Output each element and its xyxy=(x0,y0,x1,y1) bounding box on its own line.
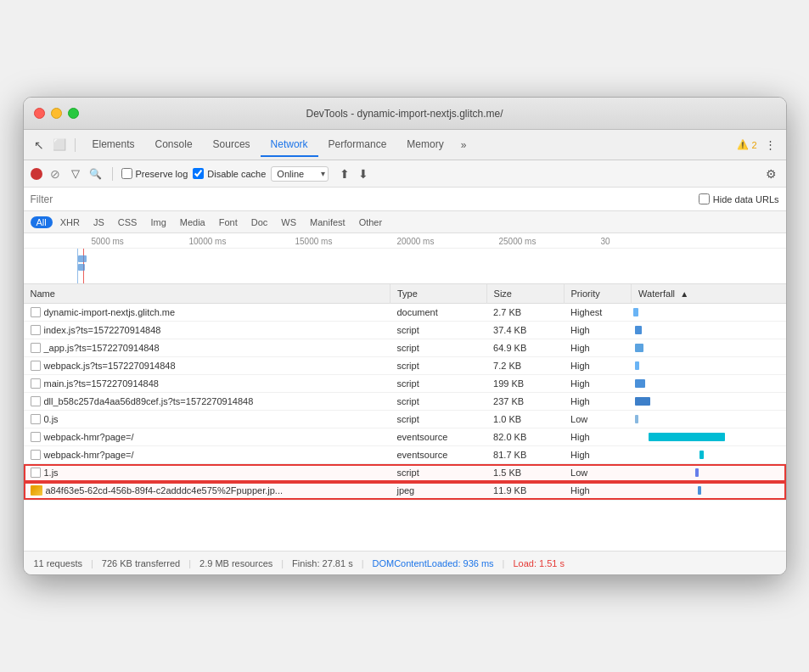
search-icon[interactable]: 🔍 xyxy=(88,166,104,182)
col-type[interactable]: Type xyxy=(390,284,486,304)
col-name[interactable]: Name xyxy=(24,284,390,304)
cursor-icon[interactable]: ↖ xyxy=(31,137,48,154)
file-name: main.js?ts=1572270914848 xyxy=(44,378,159,389)
close-button[interactable] xyxy=(34,108,45,119)
filter-xhr[interactable]: XHR xyxy=(54,216,86,228)
table-row[interactable]: webpack-hmr?page=/eventsource81.7 KBHigh xyxy=(24,446,786,464)
tab-elements[interactable]: Elements xyxy=(82,133,145,157)
file-name: 1.js xyxy=(44,468,59,478)
cell-type: jpeg xyxy=(390,482,486,500)
filter-doc[interactable]: Doc xyxy=(245,216,274,228)
cell-size: 11.9 KB xyxy=(486,482,564,500)
cell-priority: High xyxy=(564,393,632,411)
cell-waterfall xyxy=(632,375,786,393)
cell-name: 0.js xyxy=(24,411,390,428)
cell-type: document xyxy=(390,304,486,322)
filter-icon[interactable]: ▽ xyxy=(68,166,83,182)
filter-manifest[interactable]: Manifest xyxy=(304,216,351,228)
record-button[interactable] xyxy=(31,168,42,180)
file-name: webpack-hmr?page=/ xyxy=(44,432,134,442)
device-icon[interactable]: ⬜ xyxy=(51,137,68,154)
cell-type: eventsource xyxy=(390,446,486,464)
table-row[interactable]: 1.jsscript1.5 KBLow xyxy=(24,464,786,482)
tab-overflow[interactable]: » xyxy=(454,134,474,156)
table-row[interactable]: main.js?ts=1572270914848script199 KBHigh xyxy=(24,375,786,393)
col-waterfall[interactable]: Waterfall ▲ xyxy=(632,284,786,304)
file-name: index.js?ts=1572270914848 xyxy=(44,325,161,335)
cell-size: 1.5 KB xyxy=(486,464,564,482)
table-row[interactable]: webpack.js?ts=1572270914848script7.2 KBH… xyxy=(24,357,786,375)
settings-icon[interactable]: ⚙ xyxy=(764,166,779,182)
cell-size: 1.0 KB xyxy=(486,411,564,428)
download-icon[interactable]: ⬇ xyxy=(356,166,371,182)
table-row[interactable]: dynamic-import-nextjs.glitch.medocument2… xyxy=(24,304,786,322)
preserve-log-label[interactable]: Preserve log xyxy=(121,168,188,179)
filter-css[interactable]: CSS xyxy=(112,216,143,228)
throttle-dropdown[interactable]: Online Fast 3G Slow 3G Offline xyxy=(271,166,329,182)
disable-cache-checkbox[interactable] xyxy=(193,168,204,179)
table-row[interactable]: _app.js?ts=1572270914848script64.9 KBHig… xyxy=(24,339,786,357)
waterfall-bar xyxy=(695,468,699,477)
filter-js[interactable]: JS xyxy=(87,216,110,228)
file-icon xyxy=(31,378,41,389)
traffic-lights xyxy=(34,108,79,119)
cell-size: 199 KB xyxy=(486,375,564,393)
table-row[interactable]: 0.jsscript1.0 KBLow xyxy=(24,411,786,428)
cell-priority: High xyxy=(564,375,632,393)
cell-name: dynamic-import-nextjs.glitch.me xyxy=(24,304,390,322)
disable-cache-label[interactable]: Disable cache xyxy=(193,168,266,179)
waterfall-bar xyxy=(633,308,638,316)
col-priority[interactable]: Priority xyxy=(564,284,632,304)
stop-recording-icon[interactable]: ⊘ xyxy=(48,166,63,182)
resources-size: 2.9 MB resources xyxy=(199,558,272,568)
filter-all[interactable]: All xyxy=(31,216,53,228)
cell-size: 64.9 KB xyxy=(486,339,564,357)
tab-memory[interactable]: Memory xyxy=(396,133,453,157)
waterfall-bar xyxy=(635,397,650,406)
upload-icon[interactable]: ⬆ xyxy=(337,166,352,182)
hide-data-urls-checkbox[interactable] xyxy=(699,193,710,204)
waterfall-bar xyxy=(635,344,643,352)
table-row[interactable]: dll_b58c257da4aa56d89cef.js?ts=157227091… xyxy=(24,393,786,411)
tab-console[interactable]: Console xyxy=(145,133,203,157)
tab-sources[interactable]: Sources xyxy=(203,133,261,157)
tick-5000: 5000 ms xyxy=(92,237,124,246)
cell-waterfall xyxy=(632,322,786,339)
minimize-button[interactable] xyxy=(51,108,62,119)
file-icon xyxy=(31,485,42,496)
network-table-container: Name Type Size Priority Waterfall ▲ dyna… xyxy=(24,284,786,500)
hide-data-urls-label[interactable]: Hide data URLs xyxy=(699,193,779,204)
cell-priority: High xyxy=(564,446,632,464)
tab-performance[interactable]: Performance xyxy=(318,133,397,157)
table-row[interactable]: a84f63e5-62cd-456b-89f4-c2adddc4e575%2Fp… xyxy=(24,482,786,500)
cell-priority: Highest xyxy=(564,304,632,322)
table-row[interactable]: index.js?ts=1572270914848script37.4 KBHi… xyxy=(24,322,786,339)
tab-network[interactable]: Network xyxy=(261,133,318,157)
hide-data-urls-text: Hide data URLs xyxy=(713,194,779,204)
cell-name: main.js?ts=1572270914848 xyxy=(24,375,390,393)
cell-size: 2.7 KB xyxy=(486,304,564,322)
cell-name: webpack.js?ts=1572270914848 xyxy=(24,357,390,375)
cell-priority: High xyxy=(564,428,632,446)
filter-other[interactable]: Other xyxy=(353,216,389,228)
throttle-dropdown-wrapper: Online Fast 3G Slow 3G Offline xyxy=(271,166,329,182)
more-menu-button[interactable]: ⋮ xyxy=(762,137,779,154)
file-name: dynamic-import-nextjs.glitch.me xyxy=(44,307,176,317)
file-icon xyxy=(31,414,41,424)
filter-font[interactable]: Font xyxy=(213,216,244,228)
filter-ws[interactable]: WS xyxy=(275,216,302,228)
waterfall-bar xyxy=(699,451,704,459)
preserve-log-text: Preserve log xyxy=(136,169,188,179)
load-time: Load: 1.51 s xyxy=(513,558,565,568)
cell-type: script xyxy=(390,375,486,393)
network-table: Name Type Size Priority Waterfall ▲ dyna… xyxy=(24,284,786,500)
file-icon xyxy=(31,325,41,335)
preserve-log-checkbox[interactable] xyxy=(121,168,132,179)
maximize-button[interactable] xyxy=(68,108,79,119)
filter-media[interactable]: Media xyxy=(174,216,211,228)
table-row[interactable]: webpack-hmr?page=/eventsource82.0 KBHigh xyxy=(24,428,786,446)
filter-img[interactable]: Img xyxy=(144,216,171,228)
tabs-container: Elements Console Sources Network Perform… xyxy=(82,133,734,157)
filter-input[interactable] xyxy=(31,193,98,205)
col-size[interactable]: Size xyxy=(486,284,564,304)
